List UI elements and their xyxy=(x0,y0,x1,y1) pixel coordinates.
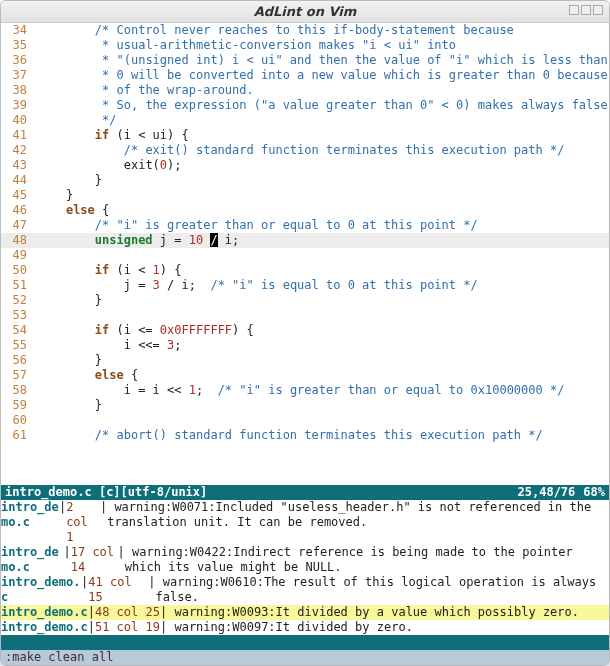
code-line[interactable]: 61 /* abort() standard function terminat… xyxy=(1,428,609,443)
code-line[interactable]: 50 if (i < 1) { xyxy=(1,263,609,278)
line-number: 37 xyxy=(1,68,37,83)
line-number: 55 xyxy=(1,338,37,353)
command-line[interactable]: :make clean all xyxy=(1,650,609,665)
code-line[interactable]: 59 } xyxy=(1,398,609,413)
code-line[interactable]: 58 i = i << 1; /* "i" is greater than or… xyxy=(1,383,609,398)
line-content: if (i < 1) { xyxy=(37,263,609,278)
code-line[interactable]: 51 j = 3 / i; /* "i" is equal to 0 at th… xyxy=(1,278,609,293)
line-number: 46 xyxy=(1,203,37,218)
app-window: AdLint on Vim 34 /* Control never reache… xyxy=(0,0,610,666)
code-line[interactable]: 34 /* Control never reaches to this if-b… xyxy=(1,23,609,38)
qf-message: warning:W0071:Included "useless_header.h… xyxy=(107,500,609,545)
qf-message: warning:W0097:It divided by zero. xyxy=(167,620,413,635)
quickfix-item[interactable]: intro_demo.c|2 col 1| warning:W0071:Incl… xyxy=(1,500,609,545)
line-content: exit(0); xyxy=(37,158,609,173)
line-content: /* "i" is greater than or equal to 0 at … xyxy=(37,218,609,233)
code-line[interactable]: 48 unsigned j = 10 / i; xyxy=(1,233,609,248)
code-line[interactable]: 54 if (i <= 0x0FFFFFFF) { xyxy=(1,323,609,338)
line-number: 50 xyxy=(1,263,37,278)
status-percent: 68% xyxy=(583,485,605,500)
line-content: i <<= 3; xyxy=(37,338,609,353)
qf-location: 17 col 14 xyxy=(71,545,118,575)
qf-location: 2 col 1 xyxy=(66,500,100,545)
line-content xyxy=(37,248,609,263)
code-line[interactable]: 35 * usual-arithmetic-conversion makes "… xyxy=(1,38,609,53)
line-number: 38 xyxy=(1,83,37,98)
qf-file: intro_demo.c xyxy=(1,500,59,545)
line-number: 34 xyxy=(1,23,37,38)
line-number: 59 xyxy=(1,398,37,413)
code-line[interactable]: 36 * "(unsigned int) i < ui" and then th… xyxy=(1,53,609,68)
maximize-button[interactable] xyxy=(581,5,591,15)
line-content: * "(unsigned int) i < ui" and then the v… xyxy=(37,53,609,68)
code-line[interactable]: 39 * So, the expression ("a value greate… xyxy=(1,98,609,113)
quickfix-list[interactable]: intro_demo.c|2 col 1| warning:W0071:Incl… xyxy=(1,500,609,635)
line-number: 48 xyxy=(1,233,37,248)
quickfix-status-bar xyxy=(1,635,609,650)
close-button[interactable] xyxy=(593,5,603,15)
code-line[interactable]: 60 xyxy=(1,413,609,428)
code-line[interactable]: 43 exit(0); xyxy=(1,158,609,173)
line-number: 52 xyxy=(1,293,37,308)
line-content: */ xyxy=(37,113,609,128)
quickfix-item[interactable]: intro_demo.c|41 col 15| warning:W0610:Th… xyxy=(1,575,609,605)
window-controls xyxy=(569,5,603,15)
line-content: * of the wrap-around. xyxy=(37,83,609,98)
code-line[interactable]: 40 */ xyxy=(1,113,609,128)
line-content: if (i <= 0x0FFFFFFF) { xyxy=(37,323,609,338)
minimize-button[interactable] xyxy=(569,5,579,15)
line-content: j = 3 / i; /* "i" is equal to 0 at this … xyxy=(37,278,609,293)
line-content xyxy=(37,308,609,323)
code-line[interactable]: 55 i <<= 3; xyxy=(1,338,609,353)
qf-message: warning:W0093:It divided by a value whic… xyxy=(167,605,579,620)
code-line[interactable]: 44 } xyxy=(1,173,609,188)
line-content: if (i < ui) { xyxy=(37,128,609,143)
line-number: 49 xyxy=(1,248,37,263)
status-position: 25,48/76 xyxy=(518,485,584,500)
code-line[interactable]: 49 xyxy=(1,248,609,263)
code-editor[interactable]: 34 /* Control never reaches to this if-b… xyxy=(1,23,609,485)
line-number: 42 xyxy=(1,143,37,158)
code-line[interactable]: 53 xyxy=(1,308,609,323)
line-content: i = i << 1; /* "i" is greater than or eq… xyxy=(37,383,609,398)
code-line[interactable]: 56 } xyxy=(1,353,609,368)
code-line[interactable]: 41 if (i < ui) { xyxy=(1,128,609,143)
code-line[interactable]: 37 * 0 will be converted into a new valu… xyxy=(1,68,609,83)
qf-location: 48 col 25 xyxy=(95,605,160,620)
line-number: 58 xyxy=(1,383,37,398)
window-titlebar[interactable]: AdLint on Vim xyxy=(1,1,609,23)
line-number: 61 xyxy=(1,428,37,443)
line-number: 47 xyxy=(1,218,37,233)
quickfix-item[interactable]: intro_demo.c|17 col 14| warning:W0422:In… xyxy=(1,545,609,575)
code-line[interactable]: 46 else { xyxy=(1,203,609,218)
code-line[interactable]: 45 } xyxy=(1,188,609,203)
line-content: } xyxy=(37,188,609,203)
code-line[interactable]: 52 } xyxy=(1,293,609,308)
qf-file: intro_demo.c xyxy=(1,620,88,635)
code-line[interactable]: 38 * of the wrap-around. xyxy=(1,83,609,98)
qf-file: intro_demo.c xyxy=(1,545,63,575)
qf-message: warning:W0422:Indirect reference is bein… xyxy=(125,545,609,575)
window-title: AdLint on Vim xyxy=(254,4,357,19)
qf-location: 41 col 15 xyxy=(88,575,148,605)
status-left: intro_demo.c [c][utf-8/unix] xyxy=(5,485,207,500)
line-content: else { xyxy=(37,203,609,218)
qf-file: intro_demo.c xyxy=(1,605,88,620)
code-line[interactable]: 47 /* "i" is greater than or equal to 0 … xyxy=(1,218,609,233)
line-number: 54 xyxy=(1,323,37,338)
code-line[interactable]: 42 /* exit() standard function terminate… xyxy=(1,143,609,158)
line-number: 40 xyxy=(1,113,37,128)
line-number: 43 xyxy=(1,158,37,173)
line-number: 51 xyxy=(1,278,37,293)
line-content: * usual-arithmetic-conversion makes "i <… xyxy=(37,38,609,53)
status-bar: intro_demo.c [c][utf-8/unix] 25,48/76 68… xyxy=(1,485,609,500)
line-content: /* abort() standard function terminates … xyxy=(37,428,609,443)
line-content: } xyxy=(37,293,609,308)
quickfix-item[interactable]: intro_demo.c|51 col 19| warning:W0097:It… xyxy=(1,620,609,635)
line-number: 44 xyxy=(1,173,37,188)
code-line[interactable]: 57 else { xyxy=(1,368,609,383)
line-content: unsigned j = 10 / i; xyxy=(37,233,609,248)
quickfix-item[interactable]: intro_demo.c|48 col 25| warning:W0093:It… xyxy=(1,605,609,620)
qf-file: intro_demo.c xyxy=(1,575,81,605)
line-content xyxy=(37,413,609,428)
